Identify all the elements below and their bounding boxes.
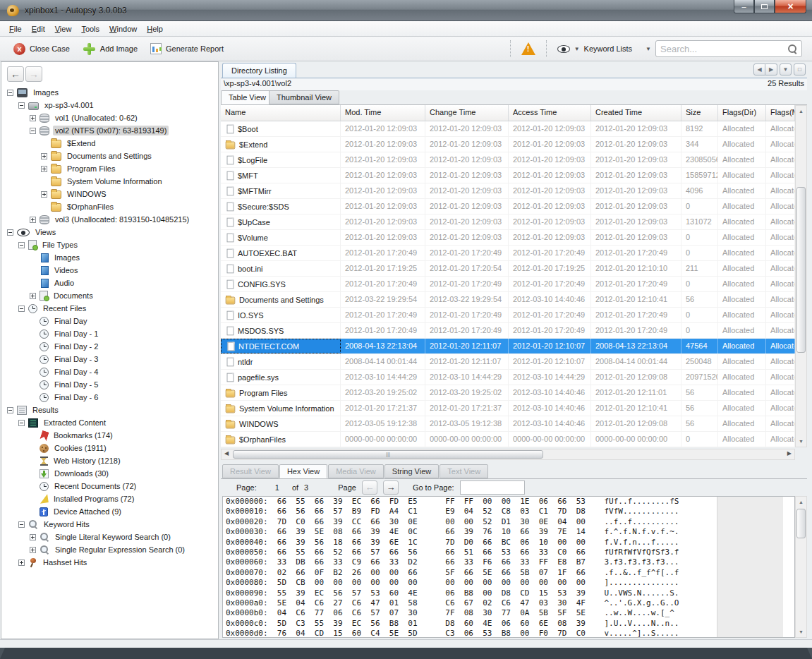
tree-item-videos[interactable]: Videos — [4, 264, 217, 277]
tree-item-vol3-unallocated-8193150-10485215[interactable]: vol3 (Unallocated: 8193150-10485215) — [4, 213, 217, 226]
tab-text-view[interactable]: Text View — [440, 464, 488, 478]
tree-item-images[interactable]: Images — [4, 251, 217, 264]
tree-item-results[interactable]: Results — [4, 404, 217, 416]
expand-icon[interactable] — [41, 153, 47, 159]
column-header-created-time[interactable]: Created Time — [591, 105, 681, 121]
tree-item-audio[interactable]: Audio — [4, 277, 217, 289]
close-case-button[interactable]: x Close Case — [7, 40, 76, 59]
tree-item-extend[interactable]: $Extend — [4, 137, 217, 150]
search-dropdown-icon[interactable]: ▼ — [646, 46, 651, 52]
table-scroll-thumb[interactable] — [796, 187, 806, 353]
tab-thumbnail-view[interactable]: Thumbnail View — [269, 90, 339, 104]
expand-icon[interactable] — [30, 534, 36, 540]
tree-item-vol2-ntfs-0x07-63-8193149[interactable]: vol2 (NTFS (0x07): 63-8193149) — [4, 124, 217, 137]
column-header-size[interactable]: Size — [681, 105, 718, 121]
collapse-icon[interactable] — [18, 420, 25, 426]
menu-help[interactable]: Help — [142, 23, 168, 35]
collapse-icon[interactable] — [18, 242, 25, 248]
table-row-msdos-sys[interactable]: MSDOS.SYS2012-01-20 17:20:492012-01-20 1… — [221, 323, 795, 339]
minimize-button[interactable]: – — [734, 0, 754, 13]
menu-view[interactable]: View — [50, 23, 77, 35]
generate-report-button[interactable]: Generate Report — [144, 40, 230, 58]
forward-button[interactable]: → — [25, 66, 42, 82]
table-row-mft[interactable]: $MFT2012-01-20 12:09:032012-01-20 12:09:… — [221, 168, 795, 183]
table-row-io-sys[interactable]: IO.SYS2012-01-20 17:20:492012-01-20 17:2… — [221, 308, 795, 323]
add-image-button[interactable]: Add Image — [76, 39, 144, 59]
collapse-icon[interactable] — [30, 128, 36, 134]
tab-media-view[interactable]: Media View — [328, 464, 384, 478]
column-header-access-time[interactable]: Access Time — [509, 105, 591, 121]
tree-item-final-day-2[interactable]: Final Day - 2 — [4, 340, 217, 353]
table-row-program-files[interactable]: Program Files2012-03-20 19:25:022012-03-… — [221, 385, 795, 401]
table-row-volume[interactable]: $Volume2012-01-20 12:09:032012-01-20 12:… — [221, 230, 795, 246]
expand-icon[interactable] — [30, 293, 36, 299]
tree-item-system-volume-information[interactable]: System Volume Information — [4, 175, 217, 188]
tab-hex-view[interactable]: Hex View — [279, 464, 327, 478]
scroll-right-icon[interactable]: ▶ — [787, 450, 792, 457]
tree-item-downloads-30[interactable]: Downloads (30) — [4, 467, 217, 480]
table-row-orphanfiles[interactable]: $OrphanFiles0000-00-00 00:00:000000-00-0… — [221, 432, 795, 447]
table-row-documents-and-settings[interactable]: Documents and Settings2012-03-22 19:29:5… — [221, 292, 795, 308]
table-hscroll-thumb[interactable] — [233, 450, 543, 459]
tree-item-final-day[interactable]: Final Day — [4, 315, 217, 327]
tree-item-final-day-6[interactable]: Final Day - 6 — [4, 391, 217, 404]
collapse-icon[interactable] — [7, 90, 13, 96]
tree-item-web-history-1218[interactable]: Web History (1218) — [4, 454, 217, 467]
expand-icon[interactable] — [41, 191, 47, 198]
tab-string-view[interactable]: String View — [384, 464, 439, 478]
tree-item-cookies-1911[interactable]: Cookies (1911) — [4, 442, 217, 454]
tree-item-program-files[interactable]: Program Files — [4, 162, 217, 175]
table-row-boot-ini[interactable]: boot.ini2012-01-20 17:19:252012-01-20 17… — [221, 261, 795, 277]
tree-item-installed-programs-72[interactable]: Installed Programs (72) — [4, 492, 217, 505]
tree-item-recent-files[interactable]: Recent Files — [4, 302, 217, 315]
tree-item-extracted-content[interactable]: Extracted Content — [4, 416, 217, 429]
table-row-secure-sds[interactable]: $Secure:$SDS2012-01-20 12:09:032012-01-2… — [221, 199, 795, 214]
hex-scroll-thumb[interactable] — [796, 509, 806, 538]
tab-table-view[interactable]: Table View — [221, 90, 274, 104]
maximize-button[interactable] — [754, 0, 775, 13]
scroll-up-icon[interactable]: ▲ — [796, 497, 806, 507]
previous-page-button[interactable]: ← — [362, 480, 377, 495]
tree-item-hashset-hits[interactable]: Hashset Hits — [4, 556, 217, 569]
search-input[interactable]: Search... — [655, 40, 802, 57]
table-row-ntldr[interactable]: ntldr2008-04-14 00:01:442012-01-20 12:11… — [221, 354, 795, 370]
tree-item-vol1-unallocated-0-62[interactable]: vol1 (Unallocated: 0-62) — [4, 111, 217, 124]
scroll-up-icon[interactable]: ▲ — [796, 106, 806, 116]
tab-list-dropdown-button[interactable]: ▼ — [780, 64, 792, 75]
table-row-upcase[interactable]: $UpCase2012-01-20 12:09:032012-01-20 12:… — [221, 214, 795, 230]
tree-item-xp-sp3-v4-001[interactable]: xp-sp3-v4.001 — [4, 99, 217, 111]
collapse-icon[interactable] — [18, 306, 25, 312]
tree-item-documents-and-settings[interactable]: Documents and Settings — [4, 150, 217, 162]
column-header-change-time[interactable]: Change Time — [425, 105, 509, 121]
collapse-icon[interactable] — [7, 407, 13, 413]
tree-item-bookmarks-174[interactable]: Bookmarks (174) — [4, 429, 217, 442]
column-header-name[interactable]: Name — [221, 105, 341, 121]
tree-item-recent-documents-72[interactable]: Recent Documents (72) — [4, 480, 217, 492]
table-row-mftmirr[interactable]: $MFTMirr2012-01-20 12:09:032012-01-20 12… — [221, 183, 795, 199]
tree-item-views[interactable]: Views — [4, 226, 217, 238]
table-vertical-scrollbar[interactable]: ▲ ▼ — [795, 105, 807, 447]
column-header-flags-meta[interactable]: Flags(Meta) — [766, 105, 795, 121]
keyword-lists-button[interactable]: ▼ Keyword Lists — [551, 41, 638, 56]
tab-result-view[interactable]: Result View — [222, 464, 279, 478]
table-row-system-volume-information[interactable]: System Volume Information2012-01-20 17:2… — [221, 401, 795, 416]
tree-item-images[interactable]: Images — [4, 86, 217, 99]
table-horizontal-scrollbar[interactable]: ◀ ▶ — [221, 449, 795, 460]
tree-item-file-types[interactable]: File Types — [4, 238, 217, 251]
maximize-panel-button[interactable]: □ — [794, 64, 806, 75]
scroll-tabs-right-button[interactable]: ▶ — [765, 64, 777, 75]
expand-icon[interactable] — [30, 217, 36, 223]
tree-item-orphanfiles[interactable]: $OrphanFiles — [4, 200, 217, 213]
column-header-mod-time[interactable]: Mod. Time — [341, 105, 425, 121]
menu-window[interactable]: Window — [104, 23, 142, 35]
tab-directory-listing[interactable]: Directory Listing — [222, 63, 296, 78]
table-row-autoexec-bat[interactable]: AUTOEXEC.BAT2012-01-20 17:20:492012-01-2… — [221, 246, 795, 261]
tree-item-single-literal-keyword-search-0[interactable]: Single Literal Keyword Search (0) — [4, 531, 217, 543]
expand-icon[interactable] — [18, 560, 25, 566]
collapse-icon[interactable] — [7, 229, 13, 236]
tree-item-keyword-hits[interactable]: Keyword Hits — [4, 518, 217, 531]
tree-item-final-day-4[interactable]: Final Day - 4 — [4, 365, 217, 378]
close-button[interactable]: × — [775, 0, 806, 13]
table-row-ntdetect-com[interactable]: NTDETECT.COM2008-04-13 22:13:042012-01-2… — [221, 339, 795, 354]
goto-page-input[interactable] — [460, 480, 525, 495]
